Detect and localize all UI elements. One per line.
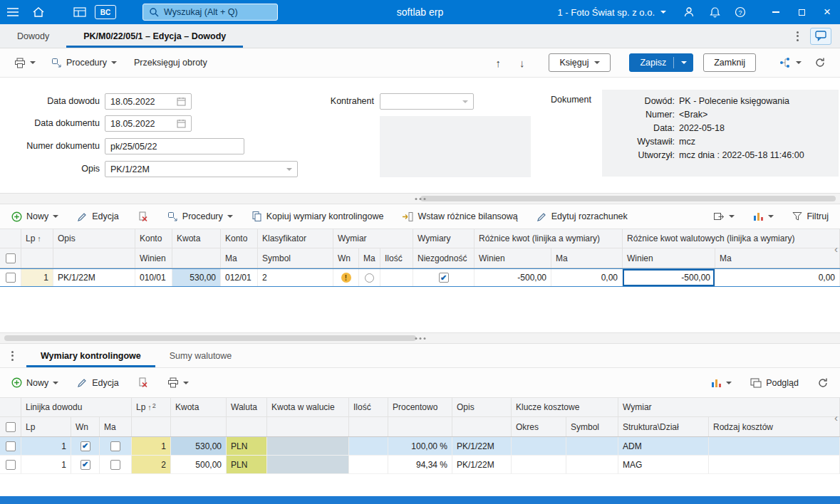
cell-procentowo[interactable]: 100,00 % [388, 437, 452, 455]
print-button[interactable] [10, 55, 40, 71]
horizontal-splitter[interactable] [0, 193, 840, 204]
data-dokumentu-field[interactable]: 18.05.2022 [105, 115, 192, 132]
cell-wn[interactable] [71, 456, 100, 473]
comments-button[interactable] [810, 28, 831, 45]
more-tabs-button[interactable] [794, 28, 802, 44]
col-group-roznice-walutowych[interactable]: Różnice kwot walutowych (linijka a wymia… [623, 229, 840, 248]
scrollbar-thumb[interactable] [420, 196, 836, 201]
row-select-cell[interactable] [0, 456, 21, 473]
cell-struktura-dzial[interactable]: MAG [618, 456, 709, 473]
radio-icon[interactable] [365, 273, 374, 283]
grid-procedury-button[interactable]: Procedury [163, 209, 237, 225]
cell-okres[interactable] [512, 437, 566, 455]
subheader-ma[interactable]: Ma [359, 248, 380, 268]
subheader-wal-winien[interactable]: Winien [623, 248, 715, 268]
row-select-checkbox[interactable] [6, 273, 16, 283]
edytuj-rozrachunek-button[interactable]: Edytuj rozrachunek [532, 209, 632, 225]
cell-klasyfikator-symbol[interactable]: 2 [258, 269, 333, 286]
user-button[interactable] [676, 0, 702, 24]
subheader-winien[interactable]: Winien [135, 248, 172, 268]
cell-kwota[interactable]: 530,00 [171, 437, 227, 455]
cell-symbol[interactable] [566, 456, 618, 473]
hamburger-menu-button[interactable] [0, 0, 26, 24]
cell-ma[interactable] [100, 456, 132, 473]
cell-linijka-lp[interactable]: 1 [21, 456, 71, 473]
subheader-ilosc[interactable]: Ilość [380, 248, 413, 268]
wn-checkbox[interactable] [81, 441, 90, 451]
bottom-scrollbar[interactable] [0, 496, 840, 504]
col-header-ilosc[interactable]: Ilość [349, 398, 388, 416]
notifications-button[interactable] [702, 0, 727, 24]
help-button[interactable]: ? [727, 0, 753, 24]
cell-wymiar-ma[interactable] [359, 269, 380, 286]
col-header-kwota-w-walucie[interactable]: Kwota w walucie [267, 398, 349, 416]
col-header-opis[interactable]: Opis [53, 229, 135, 248]
kontrahent-field[interactable] [380, 93, 474, 110]
procedury-button[interactable]: Procedury [47, 55, 121, 71]
cell-symbol[interactable] [566, 437, 618, 455]
subheader-roznice-ma[interactable]: Ma [551, 248, 623, 268]
select-all-checkbox[interactable] [6, 253, 16, 263]
cell-wymiar-wn[interactable]: ! [333, 269, 359, 286]
cell-okres[interactable] [512, 456, 566, 473]
cell-opis[interactable]: PK/1/22M [53, 269, 135, 286]
cell-waluta[interactable]: PLN [227, 437, 267, 455]
move-up-button[interactable]: ↑ [491, 56, 505, 70]
col-header-opis[interactable]: Opis [452, 398, 512, 416]
select-all-checkbox[interactable] [6, 422, 16, 432]
col-group-wymiary[interactable]: Wymiary [413, 229, 475, 248]
cell-struktura-dzial[interactable]: ADM [618, 437, 709, 455]
col-header-konto-winien[interactable]: Konto [135, 229, 172, 248]
move-down-button[interactable]: ↓ [515, 56, 529, 70]
delete-button[interactable] [133, 209, 153, 225]
cell-procentowo[interactable]: 94,34 % [388, 456, 452, 473]
subheader-wal-ma[interactable]: Ma [715, 248, 840, 268]
cell-opis[interactable]: PK/1/22M [452, 437, 512, 455]
row-select-checkbox[interactable] [6, 460, 16, 470]
kopiuj-wymiary-button[interactable]: Kopiuj wymiary kontrolingowe [247, 208, 388, 225]
cell-konto-ma[interactable]: 012/01 [221, 269, 258, 286]
wn-checkbox[interactable] [81, 460, 90, 470]
cell-ma[interactable] [100, 437, 132, 455]
grid2-row-1[interactable]: 1 1 530,00 PLN 100,00 % PK/1/22M ADM [0, 437, 840, 456]
calendar-icon[interactable] [177, 97, 186, 106]
select-all-cell[interactable] [0, 248, 21, 268]
cell-rodzaj-kosztow[interactable] [709, 437, 840, 455]
col-group-wymiar[interactable]: Wymiar [618, 398, 840, 416]
tab-wymiary-kontrolingowe[interactable]: Wymiary kontrolingowe [26, 344, 155, 367]
cell-roznice-wal-winien[interactable]: -500,00 [623, 269, 715, 286]
cell-roznice-winien[interactable]: -500,00 [475, 269, 551, 286]
col-header-waluta[interactable]: Waluta [227, 398, 267, 416]
przeksieguj-obroty-button[interactable]: Przeksięguj obroty [130, 55, 212, 70]
col-group-linijka-dowodu[interactable]: Linijka dowodu [21, 398, 132, 416]
refresh-button[interactable] [813, 374, 833, 392]
col-header-kwota[interactable]: Kwota [172, 229, 221, 248]
cell-kwota-w-walucie[interactable] [267, 456, 349, 473]
edycja-button[interactable]: Edycja [73, 209, 123, 225]
chart-columns-button[interactable] [707, 375, 736, 391]
tab-sumy-walutowe[interactable]: Sumy walutowe [155, 344, 247, 367]
ksieguj-button[interactable]: Księguj [549, 53, 611, 72]
subheader-rodzaj-kosztow[interactable]: Rodzaj kosztów [709, 417, 840, 436]
cell-lp[interactable]: 1 [132, 437, 171, 455]
horizontal-splitter[interactable] [0, 332, 840, 344]
close-button[interactable]: × [814, 0, 840, 24]
minimize-button[interactable] [763, 0, 789, 24]
chart-columns-button[interactable] [749, 209, 778, 224]
subheader-wn[interactable]: Wn [333, 248, 359, 268]
company-selector[interactable]: 1 - Foto Świat sp. z o.o. [547, 7, 676, 18]
ma-checkbox[interactable] [110, 460, 120, 470]
cell-konto-winien[interactable]: 010/01 [135, 269, 172, 286]
home-button[interactable] [26, 0, 51, 24]
refresh-button[interactable] [810, 54, 830, 71]
chevron-down-icon[interactable] [462, 100, 468, 103]
wstaw-roznice-button[interactable]: Wstaw różnice bilansową [398, 209, 522, 225]
ma-checkbox[interactable] [110, 441, 120, 451]
settings-tree-button[interactable] [774, 54, 806, 71]
bc-module-button[interactable]: BC [93, 0, 118, 24]
podglad-button[interactable]: Podgląd [746, 375, 803, 391]
zapisz-button[interactable]: Zapisz [629, 53, 693, 72]
tab-active-document[interactable]: PK/M0/22/05/1 – Edycja – Dowody [66, 24, 243, 48]
col-group-wymiar[interactable]: Wymiar [333, 229, 413, 248]
row-select-cell[interactable] [0, 437, 21, 455]
